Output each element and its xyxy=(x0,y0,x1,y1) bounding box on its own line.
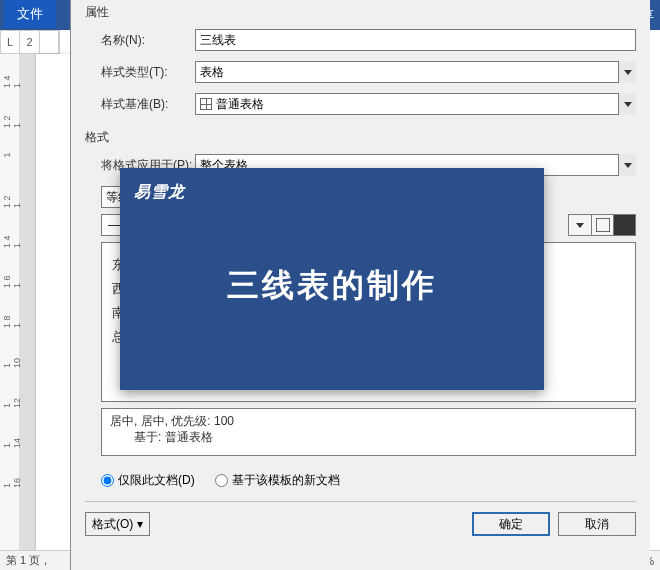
chevron-down-icon xyxy=(618,61,636,83)
border-preset-1[interactable] xyxy=(569,215,591,235)
ok-button[interactable]: 确定 xyxy=(472,512,550,536)
divider xyxy=(85,501,636,502)
radio-template[interactable]: 基于该模板的新文档 xyxy=(215,472,340,489)
format-section-label: 格式 xyxy=(85,125,636,150)
overlay-title: 三线表的制作 xyxy=(120,264,544,308)
overlay-brand: 易雪龙 xyxy=(134,182,185,203)
radio-this-doc[interactable]: 仅限此文档(D) xyxy=(101,472,195,489)
border-preset-2[interactable] xyxy=(591,215,613,235)
chevron-down-icon xyxy=(618,154,636,176)
radio-template-input[interactable] xyxy=(215,474,228,487)
cancel-button[interactable]: 取消 xyxy=(558,512,636,536)
ruler-tab-2[interactable]: 2 xyxy=(20,31,39,53)
tutorial-overlay: 易雪龙 三线表的制作 xyxy=(120,168,544,390)
properties-section-label: 属性 xyxy=(85,0,636,25)
summary-line-1: 居中, 居中, 优先级: 100 xyxy=(110,413,627,429)
ruler-tabs: L 2 xyxy=(0,30,60,54)
basedon-label: 样式基准(B): xyxy=(85,96,195,113)
dialog-footer: 格式(O) ▾ 确定 取消 xyxy=(71,510,650,536)
chevron-down-icon xyxy=(576,223,584,228)
vertical-ruler: 1 4 1 1 2 1 1 1 2 1 1 4 1 1 6 1 1 8 1 1 … xyxy=(0,54,20,550)
file-menu-button[interactable]: 文件 xyxy=(4,0,56,28)
styletype-select[interactable]: 表格 xyxy=(195,61,636,83)
format-dropdown-button[interactable]: 格式(O) ▾ xyxy=(85,512,150,536)
name-label: 名称(N): xyxy=(85,32,195,49)
svg-rect-0 xyxy=(596,218,610,232)
status-page-text: 第 1 页， xyxy=(6,553,51,568)
border-buttons xyxy=(568,214,636,236)
summary-line-2: 基于: 普通表格 xyxy=(110,429,627,445)
styletype-label: 样式类型(T): xyxy=(85,64,195,81)
ruler-tab-blank xyxy=(40,31,59,53)
ruler-tab-L[interactable]: L xyxy=(1,31,20,53)
basedon-select[interactable]: 普通表格 xyxy=(195,93,636,115)
chevron-down-icon: ▾ xyxy=(137,517,143,531)
style-summary: 居中, 居中, 优先级: 100 基于: 普通表格 xyxy=(101,408,636,456)
radio-this-doc-input[interactable] xyxy=(101,474,114,487)
table-icon xyxy=(200,98,212,110)
chevron-down-icon xyxy=(618,93,636,115)
border-preset-3[interactable] xyxy=(613,215,635,235)
name-input[interactable] xyxy=(195,29,636,51)
